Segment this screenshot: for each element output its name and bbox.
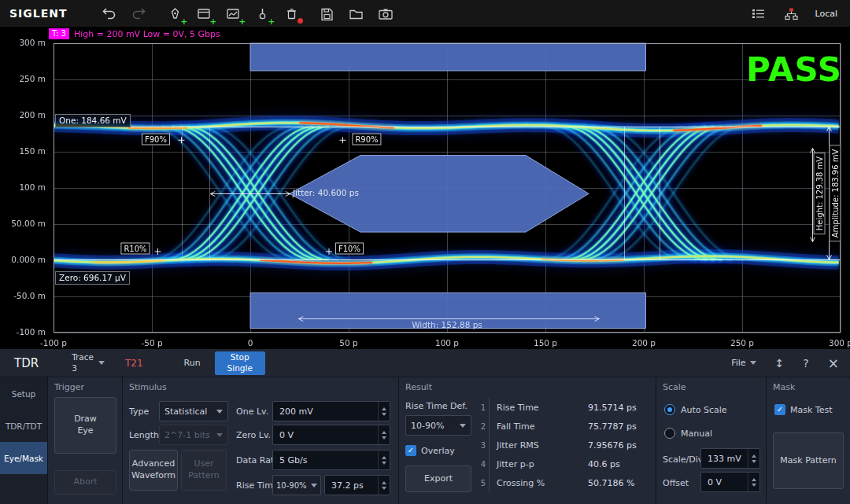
length-dropdown[interactable]: 2^7-1 bits <box>159 425 228 445</box>
undo-icon[interactable] <box>100 4 119 23</box>
one-level-input[interactable]: 200 mV <box>272 401 390 421</box>
eye-diagram-canvas[interactable] <box>0 27 850 349</box>
result-header: Result <box>405 382 432 392</box>
r10-marker-label: R10% <box>120 243 150 255</box>
tab-tdr-tdt[interactable]: TDR/TDT <box>0 410 47 442</box>
close-icon[interactable]: × <box>828 355 839 371</box>
add-source-icon[interactable] <box>253 4 272 23</box>
zero-level-input[interactable]: 0 V <box>272 425 390 445</box>
data-rate-input[interactable]: 5 Gb/s <box>272 450 390 470</box>
spin-up-icon[interactable] <box>382 481 386 484</box>
auto-scale-radio[interactable]: Auto Scale <box>664 404 727 415</box>
open-icon[interactable] <box>347 4 366 23</box>
stop-single-button[interactable]: Stop Single <box>215 351 265 375</box>
tab-eye-mask[interactable]: Eye/Mask <box>0 442 47 474</box>
spinner-buttons[interactable] <box>748 449 759 468</box>
type-value: Statistical <box>164 407 207 417</box>
abort-button[interactable]: Abort <box>54 470 116 495</box>
spin-up-icon[interactable] <box>752 478 756 481</box>
tab-setup[interactable]: Setup <box>0 377 47 410</box>
user-pattern-button[interactable]: User Pattern <box>181 450 227 491</box>
local-remote-label[interactable]: Local <box>815 9 837 19</box>
panel-resize-icon[interactable]: ↕ <box>775 357 785 370</box>
chevron-down-icon <box>311 484 317 487</box>
redo-icon[interactable] <box>129 4 148 23</box>
result-table: 1 Rise Time 91.5714 ps 2 Fall Time 75.77… <box>478 398 652 492</box>
mask-test-checkbox[interactable]: Mask Test <box>774 404 833 415</box>
y-axis-tick-label: 50.00 m <box>3 219 46 228</box>
result-row-value: 91.5714 ps <box>588 403 652 413</box>
overlay-label: Overlay <box>421 446 455 456</box>
y-axis-tick-label: 250 m <box>3 74 46 83</box>
x-axis-tick-label: -100 p <box>30 338 77 348</box>
spin-up-icon[interactable] <box>382 431 386 434</box>
manual-scale-radio[interactable]: Manual <box>664 428 712 439</box>
y-axis-tick-label: 150 m <box>3 146 46 156</box>
spinner-buttons[interactable] <box>378 425 390 444</box>
spin-up-icon[interactable] <box>382 407 386 410</box>
spin-up-icon[interactable] <box>382 456 386 459</box>
table-row: 5 Crossing % 50.7186 % <box>478 473 652 492</box>
mask-header: Mask <box>773 382 795 392</box>
rise-time-def-dropdown[interactable]: 10-90% <box>405 415 471 436</box>
run-button[interactable]: Run <box>175 353 210 373</box>
draw-eye-button[interactable]: Draw Eye <box>54 397 116 454</box>
delete-trace-icon[interactable] <box>283 4 301 23</box>
x-axis-tick-label: 300 p <box>817 338 850 348</box>
rise-time-input[interactable]: 37.2 ps <box>324 475 390 495</box>
spin-down-icon[interactable] <box>752 460 756 463</box>
spin-down-icon[interactable] <box>382 462 386 465</box>
mask-pattern-button[interactable]: Mask Pattern <box>773 432 844 489</box>
overlay-checkbox[interactable]: Overlay <box>405 445 455 456</box>
y-axis-tick-label: -50.0 m <box>3 291 46 300</box>
rise-def-dropdown[interactable]: 10-90% <box>272 475 321 495</box>
x-axis-tick-label: 100 p <box>423 338 471 348</box>
scale-div-value: 133 mV <box>701 449 748 468</box>
topology-icon[interactable] <box>782 4 800 23</box>
spin-down-icon[interactable] <box>382 413 386 416</box>
trace-select-label: Trace <box>72 352 94 362</box>
x-axis-tick-label: 0 <box>227 338 274 348</box>
spin-down-icon[interactable] <box>382 487 386 490</box>
spinner-buttons[interactable] <box>378 402 390 421</box>
r90-marker-label: R90% <box>352 134 381 145</box>
advanced-waveform-button[interactable]: Advanced Waveform <box>129 450 178 491</box>
tdr-control-panel: TDR Trace 3 T21 Run Stop Single File ↕ ?… <box>0 349 850 504</box>
spinner-buttons[interactable] <box>748 473 759 491</box>
display-list-icon[interactable] <box>748 4 767 23</box>
result-row-name: Crossing % <box>497 478 588 488</box>
spin-down-icon[interactable] <box>752 484 756 487</box>
table-row: 1 Rise Time 91.5714 ps <box>478 398 652 417</box>
jitter-annotation: Jitter: 40.600 ps <box>293 188 359 197</box>
result-row-name: Jitter RMS <box>497 440 588 451</box>
annotation-pen-icon[interactable] <box>166 4 185 23</box>
x-axis-tick-label: -50 p <box>128 338 176 348</box>
add-window-icon[interactable] <box>195 4 214 23</box>
trace-name[interactable]: T21 <box>125 358 143 369</box>
offset-input[interactable]: 0 V <box>700 472 760 492</box>
type-dropdown[interactable]: Statistical <box>159 401 228 421</box>
result-row-index: 1 <box>478 398 490 417</box>
y-axis-tick-label: 200 m <box>3 110 46 120</box>
export-button[interactable]: Export <box>405 465 471 492</box>
screenshot-icon[interactable] <box>376 4 395 23</box>
spinner-buttons[interactable] <box>378 476 390 495</box>
trace-select-dropdown[interactable]: Trace 3 <box>72 352 105 373</box>
scale-div-input[interactable]: 133 mV <box>700 448 760 469</box>
result-row-index: 2 <box>478 417 490 436</box>
spin-up-icon[interactable] <box>752 454 756 458</box>
top-toolbar: SIGLENT Local <box>0 0 850 27</box>
file-menu[interactable]: File <box>731 358 756 368</box>
spin-down-icon[interactable] <box>382 436 386 440</box>
table-row: 2 Fall Time 75.7787 ps <box>478 417 652 436</box>
spinner-buttons[interactable] <box>378 451 390 469</box>
x-axis-tick-label: 200 p <box>620 338 667 348</box>
help-icon[interactable]: ? <box>803 357 808 370</box>
add-trace-window-icon[interactable] <box>224 4 243 23</box>
trace-conditions: High = 200 mV Low = 0V, 5 Gbps <box>74 29 220 39</box>
save-icon[interactable] <box>318 4 337 23</box>
trace-badge[interactable]: T: 3 <box>49 28 69 39</box>
amplitude-annotation: Amplitude: 183.96 mV <box>830 145 841 242</box>
file-menu-label: File <box>731 358 745 368</box>
type-label: Type <box>129 407 149 417</box>
